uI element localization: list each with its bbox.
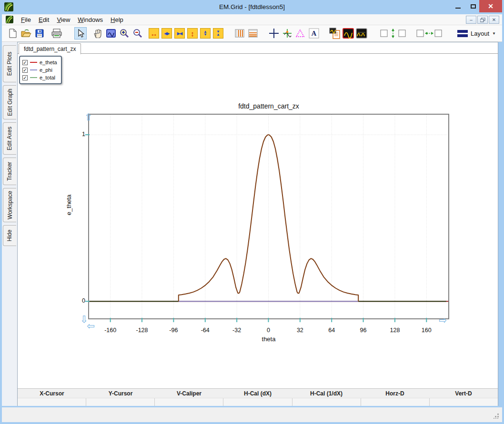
status-bar xyxy=(2,407,502,422)
x-tick-label: 64 xyxy=(320,327,343,334)
text-annotation-button[interactable]: A xyxy=(308,27,320,39)
x-tick-label: 32 xyxy=(288,327,312,334)
layout-button[interactable]: Layout ▼ xyxy=(454,29,499,39)
x-tick-label: -160 xyxy=(99,327,122,334)
sidebar-tab-workspace[interactable]: Workspace xyxy=(3,188,16,222)
pan-left-arrow-icon[interactable]: ⇦ xyxy=(87,321,95,331)
svg-text:A: A xyxy=(312,30,317,37)
v-expand-icon: ↕ xyxy=(191,30,194,38)
menu-view[interactable]: View xyxy=(53,15,74,25)
zoom-out-button[interactable] xyxy=(131,27,144,39)
horizontal-spacing-button[interactable] xyxy=(415,27,443,39)
open-file-button[interactable] xyxy=(20,27,32,39)
readout-header-h-cal-dx: H-Cal (dX) xyxy=(223,389,292,398)
readout-header-x-cursor: X-Cursor xyxy=(18,389,86,398)
legend-label: e_theta xyxy=(40,59,57,65)
close-button[interactable]: ✕ xyxy=(479,0,502,12)
layout-label: Layout xyxy=(471,30,489,37)
document-window: fdtd_pattern_cart_zx ✓e_theta✓e_phi✓e_to… xyxy=(17,42,498,406)
arrows-horizontal-in-button[interactable]: ▶◀ xyxy=(174,28,185,39)
axes-tracker-button[interactable] xyxy=(281,27,293,39)
expand-vertical-button[interactable]: ↕ xyxy=(187,28,198,39)
legend-label: e_phi xyxy=(40,67,52,73)
zoom-in-button[interactable] xyxy=(118,27,131,39)
compress-vertical-button[interactable]: ▼▲ xyxy=(213,28,223,39)
toolbar: ↔ ◀▶ ▶◀ ↕ ▲▼ ▼▲ A Layout ▼ xyxy=(2,25,502,42)
document-logo-icon xyxy=(6,16,13,23)
crosshair-button[interactable] xyxy=(268,27,280,39)
readout-values xyxy=(18,398,498,406)
legend-color-swatch xyxy=(30,69,37,70)
sidebar-tab-hide[interactable]: Hide xyxy=(3,225,16,246)
app-window: EM.Grid - [fdtdlesson5] ✕ FileEditViewWi… xyxy=(0,0,504,424)
x-axis-label: theta xyxy=(88,335,449,343)
report-button[interactable] xyxy=(329,27,341,39)
sidebar-tab-label: Workspace xyxy=(7,191,13,219)
x-tick-label: -32 xyxy=(225,327,249,334)
v-arrows-out-icon: ▲▼ xyxy=(203,30,207,36)
menu-windows[interactable]: Windows xyxy=(74,15,107,25)
pointer-tool-button[interactable] xyxy=(74,27,87,39)
readout-value-vert-d xyxy=(429,398,498,406)
mdi-restore-button[interactable] xyxy=(477,16,488,24)
pan-up-arrow-icon[interactable]: ⇧ xyxy=(84,112,92,122)
window-title: EM.Grid - [fdtdlesson5] xyxy=(0,3,504,10)
readout-value-h-cal-dx xyxy=(223,398,292,406)
resize-grip[interactable] xyxy=(493,413,499,419)
mdi-close-button[interactable]: ✕ xyxy=(489,16,499,24)
pan-right-arrow-icon[interactable]: ⇨ xyxy=(439,316,447,325)
readout-value-x-cursor xyxy=(18,398,86,406)
zoom-window-button[interactable] xyxy=(105,27,117,39)
maximize-button[interactable] xyxy=(466,0,480,12)
legend-checkbox[interactable]: ✓ xyxy=(22,60,28,65)
x-tick-label: -64 xyxy=(193,327,217,334)
dual-plot-button[interactable] xyxy=(355,27,368,39)
readout-header-h-cal-1-dx: H-Cal (1/dX) xyxy=(292,389,361,398)
arrows-horizontal-out-button[interactable]: ◀▶ xyxy=(161,28,172,39)
sidebar: Edit PlotsEdit GraphEdit AxesTrackerWork… xyxy=(2,42,17,406)
menu-file[interactable]: File xyxy=(17,15,35,25)
legend-color-swatch xyxy=(30,77,37,78)
readout-headers: X-CursorY-CursorV-CaliperH-Cal (dX)H-Cal… xyxy=(18,389,498,398)
print-button[interactable] xyxy=(50,27,63,39)
new-file-button[interactable] xyxy=(7,27,19,39)
legend-checkbox[interactable]: ✓ xyxy=(22,68,28,73)
menu-help[interactable]: Help xyxy=(107,15,127,25)
readout-header-vert-d: Vert-D xyxy=(429,389,498,398)
plot-canvas[interactable] xyxy=(88,114,449,319)
x-tick-label: -96 xyxy=(161,327,185,334)
save-button[interactable] xyxy=(33,27,46,39)
sidebar-tab-label: Edit Graph xyxy=(7,89,13,116)
readout-value-v-caliper xyxy=(154,398,223,406)
menu-edit[interactable]: Edit xyxy=(35,15,53,25)
sidebar-tab-edit-axes[interactable]: Edit Axes xyxy=(3,122,16,155)
menu-items: FileEditViewWindowsHelp xyxy=(17,15,127,25)
legend-checkbox[interactable]: ✓ xyxy=(22,75,28,80)
legend-color-swatch xyxy=(30,62,37,63)
document-tab[interactable]: fdtd_pattern_cart_zx xyxy=(19,43,81,54)
readout-value-h-cal-1-dx xyxy=(292,398,361,406)
vertical-spacing-button[interactable] xyxy=(379,27,407,39)
horizontal-markers-button[interactable] xyxy=(247,27,259,39)
sidebar-tab-edit-graph[interactable]: Edit Graph xyxy=(3,85,16,119)
triangle-annotation-button[interactable] xyxy=(294,27,307,39)
plot-style-button[interactable] xyxy=(342,27,354,39)
mdi-minimize-button[interactable]: – xyxy=(466,16,476,24)
arrows-vertical-out-button[interactable]: ▲▼ xyxy=(200,28,211,39)
minimize-button[interactable] xyxy=(451,0,465,12)
v-arrows-in-icon: ▼▲ xyxy=(216,30,220,36)
sidebar-tab-label: Edit Plots xyxy=(7,52,13,76)
legend-item-e-theta: ✓e_theta xyxy=(22,59,59,66)
sidebar-tab-tracker[interactable]: Tracker xyxy=(3,158,16,185)
expand-horizontal-button[interactable]: ↔ xyxy=(149,28,159,39)
vertical-markers-button[interactable] xyxy=(233,27,246,39)
menu-bar: FileEditViewWindowsHelp – ✕ xyxy=(2,14,502,25)
title-bar: EM.Grid - [fdtdlesson5] ✕ xyxy=(0,0,504,14)
mdi-window-controls: – ✕ xyxy=(466,16,499,24)
readout-header-v-caliper: V-Caliper xyxy=(155,389,223,398)
sidebar-tab-edit-plots[interactable]: Edit Plots xyxy=(3,45,16,82)
x-tick-label: 96 xyxy=(352,327,375,334)
chevron-down-icon: ▼ xyxy=(492,31,496,36)
pan-tool-button[interactable] xyxy=(91,27,104,39)
x-tick-label: 160 xyxy=(414,327,438,334)
